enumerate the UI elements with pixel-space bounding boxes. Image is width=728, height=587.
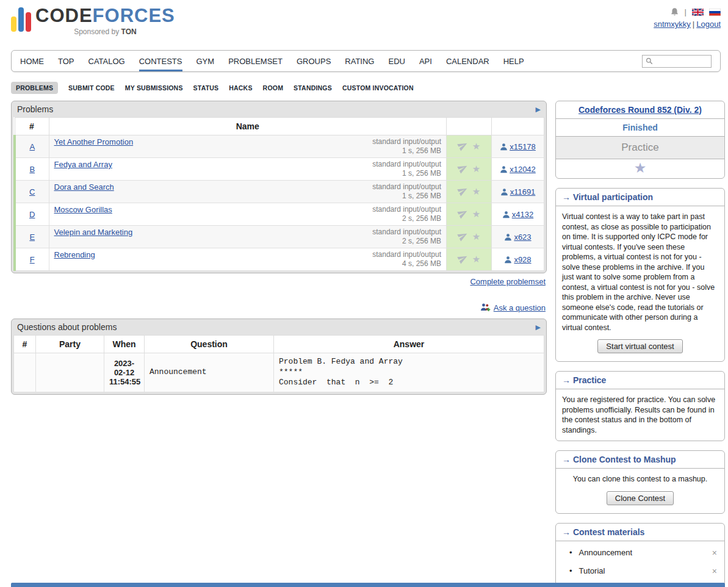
- contest-star-icon[interactable]: ★: [634, 161, 647, 175]
- solved-count-link[interactable]: x928: [514, 255, 531, 264]
- nav-item-top[interactable]: TOP: [58, 51, 74, 71]
- material-link[interactable]: Announcement: [579, 548, 632, 557]
- problem-name-link[interactable]: Velepin and Marketing: [54, 228, 133, 237]
- materials-list: •Announcement×•Tutorial×: [556, 544, 724, 580]
- favorite-star-icon[interactable]: ★: [472, 186, 480, 196]
- problem-index-link[interactable]: C: [29, 187, 35, 196]
- problem-name-link[interactable]: Moscow Gorillas: [54, 205, 112, 214]
- solved-count-link[interactable]: x15178: [510, 142, 536, 151]
- nav-item-groups[interactable]: GROUPS: [297, 51, 331, 71]
- favorite-star-icon[interactable]: ★: [472, 231, 480, 242]
- material-item-announcement: •Announcement×: [569, 544, 717, 562]
- subnav-item-standings[interactable]: STANDINGS: [294, 84, 332, 92]
- search-icon: [646, 57, 653, 65]
- nav-item-problemset[interactable]: PROBLEMSET: [228, 51, 283, 71]
- subnav-item-submit-code[interactable]: SUBMIT CODE: [68, 84, 115, 92]
- complete-problemset-link[interactable]: Complete problemset: [470, 277, 546, 286]
- nav-item-calendar[interactable]: CALENDAR: [446, 51, 489, 71]
- subnav-item-status[interactable]: STATUS: [193, 84, 219, 92]
- start-virtual-contest-button[interactable]: Start virtual contest: [597, 339, 682, 353]
- solved-user-icon: [504, 255, 514, 264]
- contest-title-link[interactable]: Codeforces Round 852 (Div. 2): [578, 105, 702, 115]
- subnav-item-custom-invocation[interactable]: CUSTOM INVOCATION: [342, 84, 414, 92]
- question-party: [36, 353, 104, 392]
- favorite-star-icon[interactable]: ★: [472, 254, 480, 264]
- logout-link[interactable]: Logout: [696, 20, 721, 29]
- problems-header-row: # Name: [15, 118, 544, 135]
- question-when: 2023-02-12 11:54:55: [104, 353, 145, 392]
- ru-flag-icon[interactable]: [709, 9, 721, 16]
- practice-text: You are registered for practice. You can…: [556, 389, 724, 441]
- nav-item-home[interactable]: HOME: [20, 51, 44, 71]
- subnav-item-room[interactable]: ROOM: [263, 84, 283, 92]
- favorite-star-icon[interactable]: ★: [472, 209, 480, 219]
- problem-index-link[interactable]: E: [29, 232, 35, 242]
- sponsor-line: Sponsored by TON: [35, 27, 175, 36]
- solved-count-link[interactable]: x623: [514, 232, 531, 242]
- bell-icon[interactable]: [670, 7, 679, 16]
- caption-arrow-icon[interactable]: ▶: [536, 106, 541, 113]
- problem-row: Astandard input/output1 s, 256 MBYet Ano…: [15, 135, 544, 158]
- ask-question-icon: [480, 303, 491, 312]
- contest-mode: Practice: [556, 137, 724, 159]
- problem-name-link[interactable]: Rebrending: [54, 250, 95, 259]
- search-input[interactable]: [655, 56, 708, 66]
- problem-index-link[interactable]: F: [30, 255, 35, 264]
- problem-limits: standard input/output1 s, 256 MB: [372, 160, 441, 178]
- virtual-participation-title: → Virtual participation: [556, 189, 724, 206]
- problem-name-link[interactable]: Fedya and Array: [54, 160, 112, 169]
- ask-question-link[interactable]: Ask a question: [494, 303, 546, 312]
- subnav-item-hacks[interactable]: HACKS: [229, 84, 252, 92]
- solved-count-link[interactable]: x12042: [510, 165, 536, 174]
- username-link[interactable]: sntmxykky: [654, 20, 691, 29]
- problem-index-link[interactable]: B: [29, 165, 35, 174]
- uk-flag-icon[interactable]: [692, 9, 704, 16]
- questions-caption: Questions about problems: [17, 322, 117, 332]
- subnav-item-problems[interactable]: PROBLEMS: [11, 82, 58, 94]
- material-item-tutorial: •Tutorial×: [569, 562, 717, 580]
- questions-header-row: # Party When Question Answer: [14, 336, 544, 353]
- caption-arrow-icon[interactable]: ▶: [536, 323, 541, 331]
- questions-table-body: 2023-02-12 11:54:55AnnouncementProblem B…: [14, 353, 544, 392]
- problem-row: Estandard input/output2 s, 256 MBVelepin…: [15, 226, 544, 248]
- submit-paper-plane-icon[interactable]: [458, 185, 468, 198]
- links-separator: |: [693, 20, 694, 29]
- favorite-star-icon[interactable]: ★: [472, 164, 480, 174]
- question-text: Announcement: [145, 353, 274, 392]
- favorite-star-icon[interactable]: ★: [472, 141, 480, 151]
- clone-mashup-text: You can clone this contest to a mashup.: [556, 469, 724, 490]
- header-right: |: [654, 6, 722, 49]
- close-icon[interactable]: ×: [712, 548, 717, 558]
- practice-box: → Practice You are registered for practi…: [555, 371, 725, 441]
- bullet-icon: •: [569, 548, 572, 557]
- material-link[interactable]: Tutorial: [579, 566, 605, 575]
- close-icon[interactable]: ×: [712, 566, 717, 576]
- nav-item-help[interactable]: HELP: [503, 51, 524, 71]
- clone-mashup-title: → Clone Contest to Mashup: [556, 451, 724, 469]
- submit-paper-plane-icon[interactable]: [458, 163, 468, 175]
- nav-item-contests[interactable]: CONTESTS: [139, 51, 182, 71]
- col-header-answer: Answer: [274, 336, 544, 353]
- submit-paper-plane-icon[interactable]: [458, 231, 468, 243]
- nav-item-gym[interactable]: GYM: [196, 51, 215, 71]
- submit-paper-plane-icon[interactable]: [458, 253, 468, 265]
- nav-item-edu[interactable]: EDU: [388, 51, 405, 71]
- solved-count-link[interactable]: x11691: [510, 187, 536, 196]
- solved-count-link[interactable]: x4132: [512, 210, 533, 219]
- nav-item-catalog[interactable]: CATALOG: [88, 51, 125, 71]
- problem-limits: standard input/output2 s, 256 MB: [372, 228, 441, 246]
- subnav-item-my-submissions[interactable]: MY SUBMISSIONS: [125, 84, 183, 92]
- problem-name-link[interactable]: Dora and Search: [54, 182, 114, 192]
- submit-paper-plane-icon[interactable]: [458, 208, 468, 220]
- col-header-when: When: [104, 336, 145, 353]
- nav-item-rating[interactable]: RATING: [345, 51, 374, 71]
- content: Problems ▶ # Name Astandard input/output…: [0, 101, 728, 587]
- codeforces-logo[interactable]: CODEFORCES Sponsored by TON: [11, 6, 175, 49]
- problem-name-link[interactable]: Yet Another Promotion: [54, 137, 134, 146]
- problem-index-link[interactable]: A: [29, 142, 35, 151]
- nav-item-api[interactable]: API: [419, 51, 432, 71]
- problem-index-link[interactable]: D: [29, 210, 35, 219]
- clone-contest-button[interactable]: Clone Contest: [607, 491, 674, 505]
- col-header-name: Name: [49, 118, 447, 135]
- submit-paper-plane-icon[interactable]: [458, 140, 468, 153]
